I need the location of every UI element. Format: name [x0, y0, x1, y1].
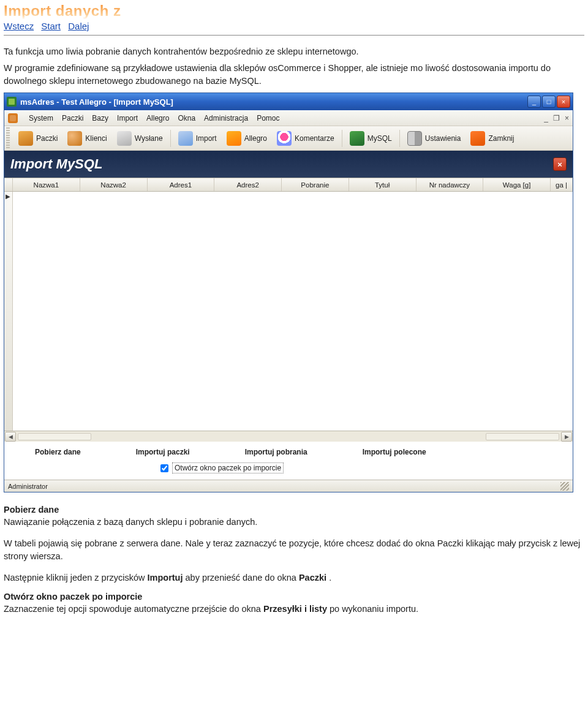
menu-pomoc[interactable]: Pomoc — [257, 114, 279, 123]
grid-gutter: ▶ — [4, 192, 13, 431]
section-open-text: Zaznaczenie tej opcji spowoduje automaty… — [4, 603, 584, 616]
next-step-strong-paczki: Paczki — [299, 573, 326, 583]
checkbox-open-after-import-label[interactable]: Otwórz okno paczek po imporcie — [172, 462, 284, 473]
toolbar-komentarze-button[interactable]: Komentarze — [272, 129, 339, 148]
toolbar-sep — [342, 130, 342, 147]
toolbar-wyslane-label: Wysłane — [135, 134, 163, 143]
grid-header-adres1[interactable]: Adres1 — [148, 178, 215, 191]
next-step-text-b: aby przenieść dane do okna — [186, 573, 299, 583]
box-icon — [18, 131, 33, 146]
menu-administracja[interactable]: Administracja — [204, 114, 248, 123]
envelope-icon — [117, 131, 132, 146]
toolbar-wyslane-button[interactable]: Wysłane — [112, 129, 168, 148]
grid-header-pobranie[interactable]: Pobranie — [282, 178, 349, 191]
toolbar-klienci-label: Klienci — [85, 134, 107, 143]
nav-back[interactable]: Wstecz — [4, 21, 34, 31]
toolbar-paczki-label: Paczki — [36, 134, 58, 143]
mdi-restore-icon[interactable]: ❐ — [553, 114, 560, 123]
next-step-text-c: . — [329, 573, 331, 583]
titlebar[interactable]: msAdres - Test Allegro - [Import MySQL] … — [4, 93, 573, 110]
scroll-right-button[interactable]: ▶ — [561, 432, 572, 442]
toolbar-klienci-button[interactable]: Klienci — [62, 129, 111, 148]
toolbar-import-button[interactable]: Import — [173, 129, 222, 148]
nav-start[interactable]: Start — [41, 21, 61, 31]
grid-row-selector-header — [4, 178, 13, 191]
checkbox-open-after-import[interactable] — [160, 464, 168, 472]
statusbar: Administrator — [4, 480, 573, 492]
grid-current-row-marker-icon: ▶ — [6, 193, 10, 200]
app-window: msAdres - Test Allegro - [Import MySQL] … — [4, 92, 573, 492]
mdi-close-icon[interactable]: × — [565, 114, 569, 123]
toolbar-ustawienia-label: Ustawienia — [425, 134, 461, 143]
next-step-text-a: Następnie kliknij jeden z przycisków — [4, 573, 148, 583]
menu-bazy[interactable]: Bazy — [92, 114, 108, 123]
section-open-heading: Otwórz okno paczek po imporcie — [4, 592, 584, 601]
scroll-track[interactable] — [92, 431, 484, 442]
mdi-doc-controls: _ ❐ × — [544, 114, 569, 123]
close-button[interactable]: × — [557, 96, 570, 108]
divider — [4, 35, 584, 36]
toolbar-allegro-label: Allegro — [244, 134, 267, 143]
maximize-button[interactable]: □ — [542, 96, 556, 108]
star-icon — [277, 131, 292, 146]
menu-allegro[interactable]: Allegro — [146, 114, 169, 123]
toolbar-sep — [170, 130, 171, 147]
section-pobierz-dane-heading: Pobierz dane — [4, 505, 584, 515]
toolbar-import-label: Import — [196, 134, 217, 143]
grid-header-nr-nadawczy[interactable]: Nr nadawczy — [417, 178, 484, 191]
panel-title: Import MySQL — [10, 156, 102, 172]
scroll-thumb-left[interactable] — [18, 433, 91, 440]
action-importuj-polecone[interactable]: Importuj polecone — [363, 448, 426, 456]
gear-icon — [407, 131, 422, 146]
grid-header-nazwa2[interactable]: Nazwa2 — [80, 178, 148, 191]
toolbar-komentarze-label: Komentarze — [295, 134, 334, 143]
toolbar-zamknij-button[interactable]: Zamknij — [466, 129, 519, 148]
people-icon — [67, 131, 82, 146]
open-text-b: po wykonaniu importu. — [330, 604, 418, 614]
toolbar-mysql-button[interactable]: MySQL — [345, 129, 397, 148]
toolbar-grip-icon[interactable] — [6, 127, 10, 149]
toolbar-zamknij-label: Zamknij — [488, 134, 514, 143]
toolbar-mysql-label: MySQL — [368, 134, 392, 143]
app-icon — [7, 97, 17, 107]
data-grid: Nazwa1 Nazwa2 Adres1 Adres2 Pobranie Tyt… — [4, 178, 573, 442]
section-pobierz-dane-text: Nawiązanie połączenia z bazą danych skle… — [4, 516, 584, 529]
power-icon — [470, 131, 485, 146]
toolbar-paczki-button[interactable]: Paczki — [13, 129, 62, 148]
section-next-step: Następnie kliknij jeden z przycisków Imp… — [4, 571, 584, 584]
action-importuj-paczki[interactable]: Importuj paczki — [136, 448, 190, 456]
next-step-strong-importuj: Importuj — [148, 573, 183, 583]
nav-next[interactable]: Dalej — [68, 21, 89, 31]
resize-grip-icon[interactable] — [560, 482, 569, 491]
scroll-thumb-right[interactable] — [486, 433, 559, 440]
menu-okna[interactable]: Okna — [178, 114, 195, 123]
toolbar: Paczki Klienci Wysłane Import Allegro Ko… — [4, 126, 573, 151]
allegro-icon — [227, 131, 241, 146]
toolbar-ustawienia-button[interactable]: Ustawienia — [402, 129, 466, 148]
action-bar: Pobierz dane Importuj paczki Importuj po… — [4, 442, 573, 480]
grid-header-waga[interactable]: Waga [g] — [483, 178, 551, 191]
toolbar-allegro-button[interactable]: Allegro — [222, 129, 272, 148]
action-pobierz-dane[interactable]: Pobierz dane — [35, 448, 81, 456]
window-title: msAdres - Test Allegro - [Import MySQL] — [20, 97, 527, 107]
section-table-text: W tabeli pojawią się pobrane z serwera d… — [4, 537, 584, 563]
grid-header-nazwa1[interactable]: Nazwa1 — [13, 178, 80, 191]
scroll-left-button[interactable]: ◀ — [5, 432, 16, 442]
menubar: System Paczki Bazy Import Allegro Okna A… — [4, 110, 573, 126]
grid-header-tytul[interactable]: Tytuł — [349, 178, 417, 191]
grid-header-adres2[interactable]: Adres2 — [214, 178, 282, 191]
panel-close-button[interactable]: × — [553, 157, 567, 171]
grid-body[interactable]: ▶ — [4, 192, 573, 431]
grid-header-overflow[interactable]: ga | — [551, 178, 573, 191]
action-importuj-pobrania[interactable]: Importuj pobrania — [245, 448, 307, 456]
statusbar-user: Administrator — [8, 483, 48, 490]
menu-paczki[interactable]: Paczki — [62, 114, 83, 123]
menu-system[interactable]: System — [29, 114, 53, 123]
document-icon — [178, 131, 193, 146]
mdi-minimize-icon[interactable]: _ — [544, 114, 548, 123]
minimize-button[interactable]: _ — [527, 96, 541, 108]
window-controls: _ □ × — [527, 96, 570, 108]
grid-hscrollbar[interactable]: ◀ ▶ — [4, 431, 573, 442]
menubar-logo-icon — [8, 113, 18, 123]
menu-import[interactable]: Import — [117, 114, 138, 123]
